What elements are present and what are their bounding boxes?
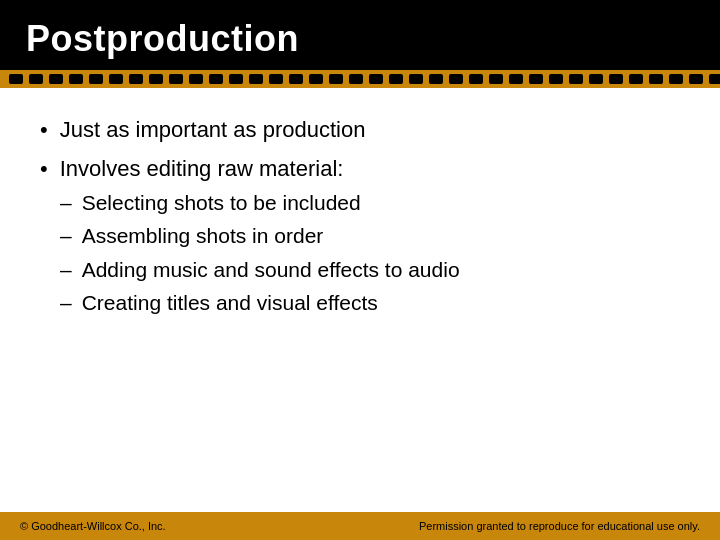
filmstrip-dot xyxy=(669,74,683,84)
filmstrip-dot xyxy=(629,74,643,84)
sub-dash-4: – xyxy=(60,289,72,316)
filmstrip-top xyxy=(0,70,720,88)
filmstrip-dot xyxy=(369,74,383,84)
footer-copyright: © Goodheart-Willcox Co., Inc. xyxy=(20,520,166,532)
sub-item-2: – Assembling shots in order xyxy=(60,222,460,249)
sub-text-2: Assembling shots in order xyxy=(82,222,324,249)
filmstrip-dot xyxy=(409,74,423,84)
sub-text-1: Selecting shots to be included xyxy=(82,189,361,216)
bullet-list: • Just as important as production • Invo… xyxy=(40,116,680,332)
bullet-dot-1: • xyxy=(40,116,48,145)
filmstrip-dot xyxy=(89,74,103,84)
footer-permission: Permission granted to reproduce for educ… xyxy=(419,520,700,532)
filmstrip-dot xyxy=(49,74,63,84)
filmstrip-dot xyxy=(609,74,623,84)
bullet-item-1: • Just as important as production xyxy=(40,116,680,145)
filmstrip-dot xyxy=(549,74,563,84)
filmstrip-dot xyxy=(349,74,363,84)
filmstrip-dot xyxy=(529,74,543,84)
filmstrip-dot xyxy=(269,74,283,84)
sub-text-3: Adding music and sound effects to audio xyxy=(82,256,460,283)
filmstrip-dot xyxy=(149,74,163,84)
filmstrip-dot xyxy=(29,74,43,84)
content-area: • Just as important as production • Invo… xyxy=(0,88,720,512)
filmstrip-dot xyxy=(569,74,583,84)
filmstrip-dot xyxy=(709,74,720,84)
sub-item-4: – Creating titles and visual effects xyxy=(60,289,460,316)
filmstrip-dots-top xyxy=(0,74,720,84)
filmstrip-dot xyxy=(69,74,83,84)
filmstrip-dot xyxy=(509,74,523,84)
filmstrip-dot xyxy=(389,74,403,84)
filmstrip-dot xyxy=(689,74,703,84)
slide: Postproduction • Just as important as pr… xyxy=(0,0,720,540)
sub-dash-1: – xyxy=(60,189,72,216)
bullet-text-2: Involves editing raw material: xyxy=(60,155,344,184)
filmstrip-dot xyxy=(309,74,323,84)
sub-item-3: – Adding music and sound effects to audi… xyxy=(60,256,460,283)
filmstrip-dot xyxy=(209,74,223,84)
filmstrip-dot xyxy=(109,74,123,84)
filmstrip-dot xyxy=(289,74,303,84)
filmstrip-dot xyxy=(229,74,243,84)
filmstrip-dot xyxy=(429,74,443,84)
filmstrip-dot xyxy=(489,74,503,84)
filmstrip-dot xyxy=(189,74,203,84)
bullet-item-2: • Involves editing raw material: – Selec… xyxy=(40,155,680,323)
sub-text-4: Creating titles and visual effects xyxy=(82,289,378,316)
bullet-dot-2: • xyxy=(40,155,48,184)
filmstrip-dot xyxy=(129,74,143,84)
filmstrip-dot xyxy=(449,74,463,84)
filmstrip-dot xyxy=(249,74,263,84)
footer-bar: © Goodheart-Willcox Co., Inc. Permission… xyxy=(0,512,720,540)
bullet-text-1: Just as important as production xyxy=(60,116,366,145)
sub-list: – Selecting shots to be included – Assem… xyxy=(60,189,460,322)
slide-title: Postproduction xyxy=(26,18,299,59)
sub-dash-3: – xyxy=(60,256,72,283)
sub-item-1: – Selecting shots to be included xyxy=(60,189,460,216)
sub-dash-2: – xyxy=(60,222,72,249)
filmstrip-dot xyxy=(329,74,343,84)
filmstrip-dot xyxy=(469,74,483,84)
filmstrip-dot xyxy=(589,74,603,84)
filmstrip-dot xyxy=(649,74,663,84)
title-bar: Postproduction xyxy=(0,0,720,70)
filmstrip-dot xyxy=(169,74,183,84)
filmstrip-dot xyxy=(9,74,23,84)
